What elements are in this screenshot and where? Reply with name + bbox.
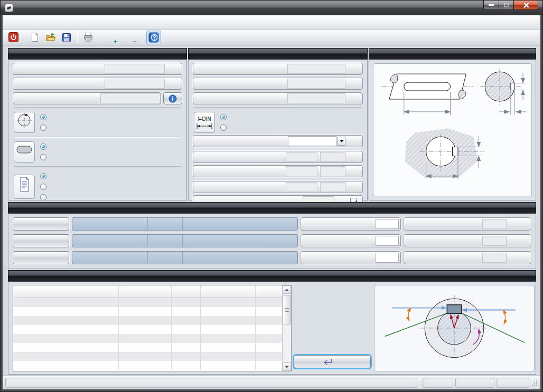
- status-date: [455, 378, 494, 388]
- scrollbar-thumb[interactable]: [283, 295, 291, 324]
- field-nabennuttiefe: [193, 181, 363, 193]
- result-shaft-unit: [172, 307, 201, 316]
- safety-hub-input[interactable]: [376, 236, 399, 246]
- radio-one-key[interactable]: [40, 112, 50, 122]
- radio-form-a[interactable]: [40, 141, 50, 152]
- wellennut-laenge-tolerance: [320, 166, 345, 176]
- scroll-down-icon[interactable]: [283, 362, 291, 371]
- result-shaft-unit: [172, 343, 201, 352]
- new-file-button[interactable]: [27, 31, 42, 44]
- print-button[interactable]: [81, 31, 96, 44]
- field-nenndrehmoment: [13, 63, 182, 75]
- decimals-decrease-button[interactable]: −: [121, 31, 139, 44]
- safety-shaft-input[interactable]: [376, 219, 399, 229]
- status-text: [5, 378, 417, 388]
- radio-din-blatt-2[interactable]: [40, 181, 50, 192]
- radio-icon: [40, 125, 46, 131]
- scroll-up-icon[interactable]: [283, 285, 291, 294]
- result-name: [13, 325, 119, 334]
- betriebsfaktor-input[interactable]: [100, 93, 161, 103]
- kantenbrechung-input[interactable]: [287, 93, 345, 103]
- nenndrehmoment-input[interactable]: [105, 64, 165, 74]
- svg-text:l=DIN: l=DIN: [198, 116, 211, 122]
- safety-key-input[interactable]: [376, 253, 399, 263]
- result-hub-value: [201, 298, 256, 307]
- result-hub-unit: [256, 307, 282, 316]
- material-number: [147, 218, 182, 230]
- resize-grip-icon[interactable]: [531, 379, 538, 387]
- passfederlaenge-select[interactable]: [288, 136, 336, 146]
- field-passfederhoehe: [193, 78, 363, 90]
- radio-form-b[interactable]: [40, 152, 50, 162]
- table-row: [13, 307, 282, 316]
- wellennut-laenge-input[interactable]: [286, 166, 317, 176]
- menu-hilfe[interactable]: [31, 20, 44, 24]
- divider: [14, 107, 181, 108]
- result-shaft-value: [119, 361, 172, 370]
- key-length-icon: l=DIN: [194, 112, 215, 133]
- minimize-button[interactable]: [483, 1, 499, 10]
- close-button[interactable]: [514, 1, 538, 10]
- status-time: [497, 378, 529, 388]
- radio-din-blatt-3[interactable]: [40, 192, 50, 203]
- section-title-geometry: [188, 48, 368, 59]
- save-button[interactable]: [59, 31, 74, 44]
- nabennuttiefe-tolerance: [320, 182, 345, 192]
- result-shaft-value: [119, 307, 172, 316]
- field-wellendurchmesser: [13, 78, 182, 90]
- new-file-icon: [30, 32, 40, 42]
- radio-icon: [220, 125, 227, 131]
- calculate-button[interactable]: [294, 355, 371, 368]
- field-wellennut-laenge: [193, 165, 363, 177]
- exit-button[interactable]: [6, 31, 21, 44]
- wellendurchmesser-input[interactable]: [105, 79, 165, 89]
- info-button[interactable]: [163, 92, 182, 104]
- wellennuttiefe-tolerance: [320, 152, 345, 162]
- menu-einstellungen[interactable]: [18, 20, 31, 24]
- field-passfederbreite: [193, 63, 363, 75]
- panel-dimensions: [369, 48, 536, 200]
- info-icon: [168, 94, 177, 103]
- result-shaft-unit: [172, 316, 201, 325]
- open-file-icon: [45, 32, 56, 42]
- app-window: + − ?: [0, 0, 543, 392]
- help-button[interactable]: ?: [146, 31, 161, 44]
- key-material-button[interactable]: [13, 251, 69, 264]
- maximize-button[interactable]: [499, 1, 514, 10]
- result-hub-value: [201, 352, 256, 361]
- radio-din-blatt-1[interactable]: [40, 171, 50, 181]
- pressure-key-value: [482, 253, 507, 263]
- field-safety-shaft: [301, 217, 401, 231]
- nabennuttiefe-input[interactable]: [286, 182, 317, 192]
- table-scrollbar[interactable]: [282, 285, 291, 371]
- decimals-increase-button[interactable]: +: [102, 31, 120, 44]
- column-header: [13, 285, 119, 298]
- result-shaft-unit: [172, 298, 201, 307]
- hub-material-button[interactable]: [13, 234, 69, 247]
- maximize-icon: [504, 3, 509, 7]
- result-hub-unit: [256, 334, 282, 343]
- section-title-results: [8, 270, 536, 281]
- panel-geometry: l=DIN: [188, 48, 368, 200]
- chevron-down-icon[interactable]: [338, 137, 345, 146]
- radio-length-free[interactable]: [220, 122, 230, 133]
- menu-datei[interactable]: [6, 20, 18, 24]
- material-number: [147, 235, 182, 247]
- result-shaft-value: [119, 352, 172, 361]
- shaft-material-button[interactable]: [13, 217, 69, 231]
- open-file-button[interactable]: [43, 31, 58, 44]
- radio-length-din[interactable]: [220, 112, 230, 122]
- section-title-dimensions: [369, 48, 536, 59]
- svg-text:?: ?: [153, 34, 156, 40]
- radio-two-keys[interactable]: [40, 122, 50, 133]
- minimize-icon: [489, 4, 494, 6]
- result-name: [13, 343, 119, 352]
- table-row: [13, 334, 282, 343]
- passfederhoehe-input[interactable]: [287, 79, 345, 89]
- column-header: [256, 285, 282, 298]
- panel-results: [8, 270, 536, 375]
- result-name: [13, 298, 119, 307]
- material-treatment: [182, 218, 297, 230]
- wellennuttiefe-input[interactable]: [286, 152, 317, 162]
- passfederbreite-input[interactable]: [287, 64, 345, 74]
